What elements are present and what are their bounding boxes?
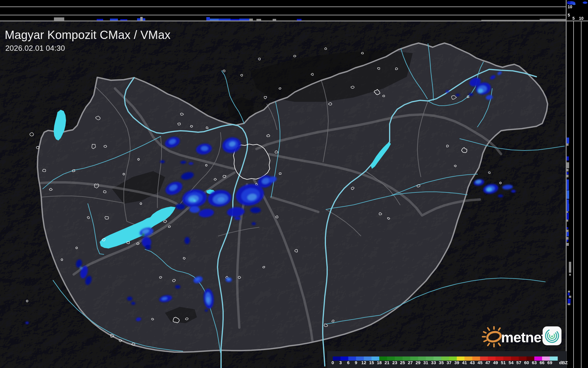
colorbar-tick-label: 25 (400, 360, 405, 365)
right-profile-segment (566, 237, 569, 240)
colorbar-tick-label: 12 (361, 360, 366, 365)
colorbar-tick-label: 29 (416, 360, 421, 365)
radar-echo-blob (252, 222, 256, 225)
radar-echo-blob (25, 322, 29, 324)
colorbar-tick-label: 45 (477, 360, 482, 365)
top-profile-segment (206, 17, 210, 21)
radar-echo-blob (145, 245, 151, 250)
top-axis-label-5: 5 (568, 13, 570, 17)
radar-echo-blob (446, 90, 449, 93)
right-profile-segment (568, 299, 571, 303)
colorbar-labels: 0369121518212325272931333537394143454749… (332, 360, 552, 365)
right-profile-segment (569, 262, 571, 273)
right-profile-segment (566, 211, 568, 213)
colorbar-tick-label: 66 (540, 360, 545, 365)
right-profile-segment (566, 190, 569, 199)
radar-echo-blob (127, 297, 132, 301)
top-profile-segment (54, 17, 64, 21)
right-profile-segment (568, 303, 570, 305)
radar-echo-blob (469, 93, 473, 96)
side-axis-label-10: 10 (579, 16, 584, 21)
radar-echo-blob (176, 204, 185, 210)
radar-echo-blob (142, 233, 145, 236)
colorbar-unit: dBZ (559, 360, 568, 365)
right-profile-segment (569, 296, 571, 298)
colorbar-tick-label: 51 (501, 360, 506, 365)
page-title: Magyar Kompozit CMax / VMax (5, 28, 170, 41)
colorbar-tick-label: 39 (454, 360, 459, 365)
radar-echo-blob (193, 200, 196, 202)
right-profile-segment (566, 220, 568, 222)
right-profile-segment (566, 230, 569, 232)
colorbar-tick-label: 69 (547, 360, 552, 365)
radar-echo-blob (205, 309, 208, 312)
right-profile-segment (566, 232, 569, 236)
colorbar-tick-label: 37 (447, 360, 452, 365)
right-profile-segment (566, 169, 569, 171)
top-axis-label-10: 10 (568, 4, 572, 9)
right-profile-segment (566, 179, 569, 190)
sun-ray (484, 340, 486, 341)
radar-echo-blob (189, 162, 193, 165)
top-profile-panel (0, 0, 566, 21)
right-profile-segment (566, 143, 569, 146)
right-profile-segment (566, 243, 569, 246)
radar-echo-blob (175, 285, 180, 289)
right-profile-segment (566, 138, 569, 143)
right-profile-segment (566, 156, 569, 161)
corner-echo-blob (573, 3, 576, 5)
colorbar-tick-label: 54 (509, 360, 514, 365)
colorbar-tick-label: 49 (493, 360, 498, 365)
colorbar-tick-label: 9 (355, 360, 357, 365)
top-profile-bg (0, 0, 566, 21)
colorbar-tick-label: 6 (347, 360, 349, 365)
right-profile-segment (566, 199, 569, 204)
radar-echo-blob (185, 237, 190, 244)
colorbar-tick-label: 21 (385, 360, 390, 365)
right-profile-segment (566, 162, 569, 168)
radar-composite-image: 10 5 5 10 Magyar Kompozit CMax / VMax 20… (0, 0, 588, 368)
right-profile-segment (566, 172, 569, 174)
colorbar-tick-label: 31 (423, 360, 428, 365)
colorbar-tick-label: 47 (485, 360, 490, 365)
radar-echo-blob (511, 190, 516, 193)
colorbar-tick-label: 27 (408, 360, 413, 365)
corner-echo-blob (583, 1, 587, 4)
radar-echo-blob (131, 302, 135, 305)
right-profile-segment (566, 240, 568, 242)
right-profile-segment (566, 175, 569, 177)
radar-echo-blob (456, 94, 460, 96)
colorbar-tick-label: 63 (532, 360, 537, 365)
colorbar-tick-label: 57 (516, 360, 521, 365)
sun-ray (484, 332, 486, 333)
colorbar-tick-label: 41 (462, 360, 467, 365)
map-area (0, 18, 566, 368)
right-profile-segment (568, 291, 570, 292)
radar-echo-blob (227, 278, 230, 280)
colorbar-tick-label: 3 (339, 360, 342, 365)
colorbar-tick-label: 33 (431, 360, 436, 365)
corner-echo-blob (567, 1, 571, 4)
corner-panel: 10 5 5 10 (566, 0, 588, 21)
colorbar-tick-label: 15 (369, 360, 374, 365)
radar-echo-blob (250, 207, 261, 213)
colorbar-tick-label: 60 (524, 360, 529, 365)
timestamp: 2026.02.01 04:30 (5, 44, 65, 53)
colorbar-tick-label: 35 (439, 360, 444, 365)
radar-echo-blob (498, 194, 503, 197)
right-profile-segment (569, 274, 571, 276)
right-profile-panel (566, 21, 588, 368)
radar-echo-blob (234, 217, 241, 220)
radar-echo-blob (80, 267, 82, 269)
logo-text: metnet (501, 330, 546, 345)
radar-screen: 10 5 5 10 Magyar Kompozit CMax / VMax 20… (0, 0, 588, 368)
radar-echo-blob (189, 206, 200, 213)
colorbar-tick-label: 43 (470, 360, 475, 365)
colorbar-tick-label: 0 (332, 360, 334, 365)
metnet-app-icon (543, 326, 561, 345)
radar-echo-blob (201, 146, 208, 151)
colorbar: 0369121518212325272931333537394143454749… (327, 351, 568, 368)
right-profile-segment (566, 204, 569, 211)
right-profile-segment (568, 293, 570, 295)
right-profile-segment (566, 227, 568, 229)
